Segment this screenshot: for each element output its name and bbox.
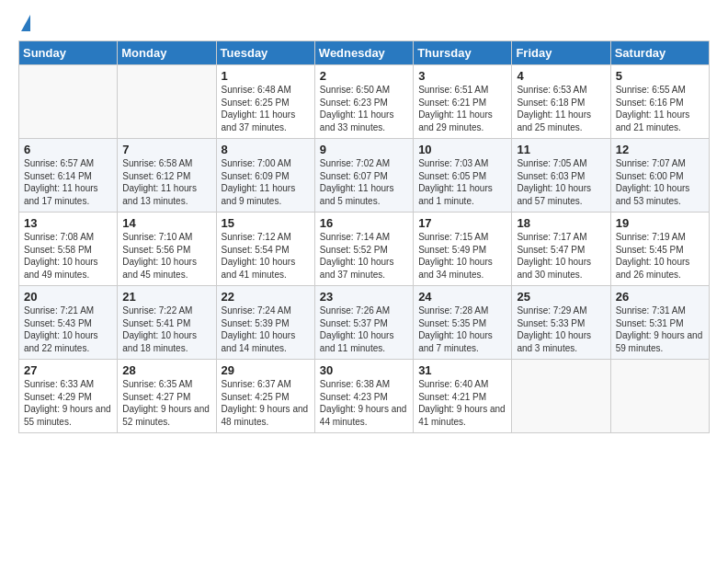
day-info: Sunrise: 7:28 AMSunset: 5:35 PMDaylight:… <box>418 304 506 354</box>
day-number: 6 <box>24 143 112 156</box>
day-info: Sunrise: 7:22 AMSunset: 5:41 PMDaylight:… <box>122 304 210 354</box>
calendar-cell: 17Sunrise: 7:15 AMSunset: 5:49 PMDayligh… <box>414 213 512 286</box>
calendar-cell: 7Sunrise: 6:58 AMSunset: 6:12 PMDaylight… <box>118 139 216 213</box>
day-info: Sunrise: 6:50 AMSunset: 6:23 PMDaylight:… <box>320 84 408 133</box>
calendar-cell <box>118 65 216 139</box>
day-number: 3 <box>418 69 506 83</box>
day-number: 29 <box>222 363 310 377</box>
calendar-cell <box>512 360 610 433</box>
day-info: Sunrise: 7:31 AMSunset: 5:31 PMDaylight:… <box>616 304 704 354</box>
day-number: 21 <box>122 290 210 304</box>
day-number: 11 <box>517 143 605 156</box>
calendar-cell <box>19 65 118 139</box>
day-number: 25 <box>517 290 605 304</box>
day-info: Sunrise: 6:53 AMSunset: 6:18 PMDaylight:… <box>517 84 605 133</box>
logo <box>18 15 30 31</box>
week-row-4: 20Sunrise: 7:21 AMSunset: 5:43 PMDayligh… <box>19 286 710 360</box>
day-number: 14 <box>122 216 210 230</box>
day-info: Sunrise: 7:14 AMSunset: 5:52 PMDaylight:… <box>320 231 408 281</box>
day-info: Sunrise: 6:58 AMSunset: 6:12 PMDaylight:… <box>122 157 210 207</box>
day-number: 26 <box>616 290 704 304</box>
day-number: 24 <box>418 290 506 304</box>
day-number: 4 <box>517 69 605 83</box>
calendar-cell: 19Sunrise: 7:19 AMSunset: 5:45 PMDayligh… <box>610 213 709 286</box>
weekday-header-row: SundayMondayTuesdayWednesdayThursdayFrid… <box>19 41 710 65</box>
calendar-cell: 16Sunrise: 7:14 AMSunset: 5:52 PMDayligh… <box>314 213 413 286</box>
day-info: Sunrise: 6:37 AMSunset: 4:25 PMDaylight:… <box>222 378 310 428</box>
day-number: 12 <box>616 143 704 156</box>
page: SundayMondayTuesdayWednesdayThursdayFrid… <box>0 0 728 563</box>
day-info: Sunrise: 7:26 AMSunset: 5:37 PMDaylight:… <box>320 304 408 354</box>
day-number: 22 <box>222 290 310 304</box>
day-number: 1 <box>222 69 310 83</box>
weekday-header-wednesday: Wednesday <box>314 41 413 65</box>
day-info: Sunrise: 7:08 AMSunset: 5:58 PMDaylight:… <box>24 231 112 281</box>
weekday-header-tuesday: Tuesday <box>216 41 314 65</box>
calendar-cell: 15Sunrise: 7:12 AMSunset: 5:54 PMDayligh… <box>216 213 314 286</box>
calendar-cell: 14Sunrise: 7:10 AMSunset: 5:56 PMDayligh… <box>118 213 216 286</box>
day-info: Sunrise: 7:05 AMSunset: 6:03 PMDaylight:… <box>517 157 605 207</box>
calendar-cell: 9Sunrise: 7:02 AMSunset: 6:07 PMDaylight… <box>314 139 413 213</box>
header <box>18 15 710 31</box>
week-row-5: 27Sunrise: 6:33 AMSunset: 4:29 PMDayligh… <box>19 360 710 433</box>
day-info: Sunrise: 6:33 AMSunset: 4:29 PMDaylight:… <box>24 378 112 428</box>
day-info: Sunrise: 6:51 AMSunset: 6:21 PMDaylight:… <box>418 84 506 133</box>
day-number: 27 <box>24 363 112 377</box>
week-row-1: 1Sunrise: 6:48 AMSunset: 6:25 PMDaylight… <box>19 65 710 139</box>
day-info: Sunrise: 7:17 AMSunset: 5:47 PMDaylight:… <box>517 231 605 281</box>
day-number: 9 <box>320 143 408 156</box>
calendar-cell: 23Sunrise: 7:26 AMSunset: 5:37 PMDayligh… <box>314 286 413 360</box>
day-number: 16 <box>320 216 408 230</box>
calendar-cell: 21Sunrise: 7:22 AMSunset: 5:41 PMDayligh… <box>118 286 216 360</box>
day-number: 20 <box>24 290 112 304</box>
calendar-cell: 31Sunrise: 6:40 AMSunset: 4:21 PMDayligh… <box>414 360 512 433</box>
day-info: Sunrise: 7:29 AMSunset: 5:33 PMDaylight:… <box>517 304 605 354</box>
calendar-cell: 10Sunrise: 7:03 AMSunset: 6:05 PMDayligh… <box>414 139 512 213</box>
day-number: 17 <box>418 216 506 230</box>
calendar-cell <box>610 360 709 433</box>
day-number: 5 <box>616 69 704 83</box>
calendar-table: SundayMondayTuesdayWednesdayThursdayFrid… <box>18 40 710 433</box>
day-number: 28 <box>122 363 210 377</box>
calendar-cell: 2Sunrise: 6:50 AMSunset: 6:23 PMDaylight… <box>314 65 413 139</box>
day-info: Sunrise: 6:57 AMSunset: 6:14 PMDaylight:… <box>24 157 112 207</box>
calendar-cell: 28Sunrise: 6:35 AMSunset: 4:27 PMDayligh… <box>118 360 216 433</box>
day-number: 19 <box>616 216 704 230</box>
day-info: Sunrise: 6:38 AMSunset: 4:23 PMDaylight:… <box>320 378 408 428</box>
day-number: 23 <box>320 290 408 304</box>
calendar-cell: 18Sunrise: 7:17 AMSunset: 5:47 PMDayligh… <box>512 213 610 286</box>
day-number: 7 <box>122 143 210 156</box>
logo-text <box>18 15 30 33</box>
day-info: Sunrise: 7:02 AMSunset: 6:07 PMDaylight:… <box>320 157 408 207</box>
weekday-header-saturday: Saturday <box>610 41 709 65</box>
calendar-cell: 12Sunrise: 7:07 AMSunset: 6:00 PMDayligh… <box>610 139 709 213</box>
weekday-header-sunday: Sunday <box>19 41 118 65</box>
calendar-cell: 30Sunrise: 6:38 AMSunset: 4:23 PMDayligh… <box>314 360 413 433</box>
calendar-cell: 1Sunrise: 6:48 AMSunset: 6:25 PMDaylight… <box>216 65 314 139</box>
day-info: Sunrise: 7:07 AMSunset: 6:00 PMDaylight:… <box>616 157 704 207</box>
day-number: 18 <box>517 216 605 230</box>
week-row-2: 6Sunrise: 6:57 AMSunset: 6:14 PMDaylight… <box>19 139 710 213</box>
day-info: Sunrise: 7:24 AMSunset: 5:39 PMDaylight:… <box>222 304 310 354</box>
weekday-header-monday: Monday <box>118 41 216 65</box>
day-info: Sunrise: 7:10 AMSunset: 5:56 PMDaylight:… <box>122 231 210 281</box>
calendar-cell: 29Sunrise: 6:37 AMSunset: 4:25 PMDayligh… <box>216 360 314 433</box>
calendar-cell: 3Sunrise: 6:51 AMSunset: 6:21 PMDaylight… <box>414 65 512 139</box>
day-number: 2 <box>320 69 408 83</box>
calendar-cell: 6Sunrise: 6:57 AMSunset: 6:14 PMDaylight… <box>19 139 118 213</box>
calendar-cell: 8Sunrise: 7:00 AMSunset: 6:09 PMDaylight… <box>216 139 314 213</box>
logo-triangle-icon <box>21 15 30 31</box>
calendar-cell: 27Sunrise: 6:33 AMSunset: 4:29 PMDayligh… <box>19 360 118 433</box>
day-number: 15 <box>222 216 310 230</box>
day-number: 13 <box>24 216 112 230</box>
day-number: 8 <box>222 143 310 156</box>
day-number: 10 <box>418 143 506 156</box>
calendar-cell: 25Sunrise: 7:29 AMSunset: 5:33 PMDayligh… <box>512 286 610 360</box>
calendar-cell: 20Sunrise: 7:21 AMSunset: 5:43 PMDayligh… <box>19 286 118 360</box>
day-info: Sunrise: 6:40 AMSunset: 4:21 PMDaylight:… <box>418 378 506 428</box>
day-info: Sunrise: 7:12 AMSunset: 5:54 PMDaylight:… <box>222 231 310 281</box>
calendar-cell: 26Sunrise: 7:31 AMSunset: 5:31 PMDayligh… <box>610 286 709 360</box>
weekday-header-friday: Friday <box>512 41 610 65</box>
calendar-cell: 24Sunrise: 7:28 AMSunset: 5:35 PMDayligh… <box>414 286 512 360</box>
day-info: Sunrise: 6:48 AMSunset: 6:25 PMDaylight:… <box>222 84 310 133</box>
